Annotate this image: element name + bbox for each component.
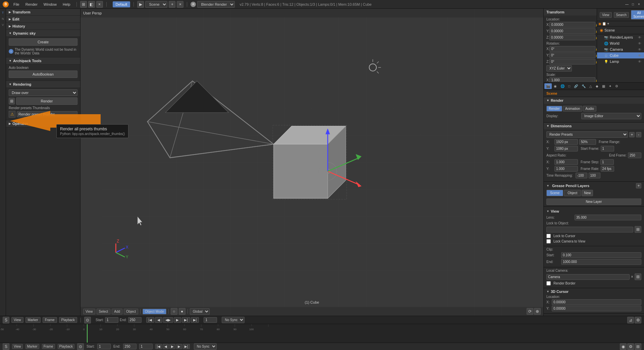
tl-current-frame[interactable] [204, 317, 217, 323]
tab-texture[interactable]: ▦ [600, 83, 607, 89]
outliner-all-scenes-btn[interactable]: All Scenes [631, 10, 644, 19]
tl-playback[interactable]: Playback [59, 317, 77, 323]
play-btn-4[interactable]: ▶ [176, 344, 182, 349]
end-frame-input[interactable] [628, 152, 641, 158]
tab-material[interactable]: ◆ [594, 83, 600, 89]
status-icon2[interactable]: ⚙ [627, 343, 634, 350]
render-icon-btn[interactable]: ⊞ [9, 98, 15, 104]
cursor-header[interactable]: ▼ 3D Cursor [546, 290, 641, 294]
tl-play-icon[interactable]: ⊙ [84, 317, 91, 323]
frame-step-input[interactable] [600, 159, 614, 165]
loc-y-input[interactable] [549, 28, 595, 34]
tl-sync-select[interactable]: No Sync [222, 317, 245, 323]
time-remap-new[interactable] [589, 173, 600, 178]
render-presets-sel[interactable]: Render Presets [546, 131, 628, 138]
transform-header[interactable]: Transform [544, 9, 597, 15]
section-rendering[interactable]: ▼ Rendering [6, 81, 80, 88]
dimensions-header[interactable]: ▼ Dimensions [544, 123, 644, 129]
vis-eye-rl[interactable]: 👁 [638, 36, 641, 39]
start-frame-input[interactable] [601, 146, 614, 151]
pivot-select[interactable]: Global [190, 308, 210, 315]
rot-y-input[interactable] [549, 52, 595, 58]
gp-new-layer-btn[interactable]: New Layer [546, 199, 641, 205]
status-playback[interactable]: Playback [58, 344, 75, 349]
play-btn-3[interactable]: ▶ [169, 344, 175, 349]
layout-default[interactable]: Default [113, 1, 130, 7]
scene-close[interactable]: × [177, 1, 183, 8]
icon-layers[interactable]: ◧ [88, 1, 95, 8]
gp-new-btn[interactable]: New [582, 190, 593, 196]
res-y-input[interactable] [554, 146, 578, 151]
tl-end-input[interactable] [128, 317, 142, 323]
tab-render[interactable]: 🎬 [544, 83, 552, 89]
tl-body[interactable]: -50 -40 -30 -20 -10 0 10 20 30 40 50 60 [0, 324, 644, 343]
lock-camera-checkbox[interactable] [546, 239, 551, 244]
tab-world[interactable]: 🌐 [559, 83, 566, 89]
status-play-icon[interactable]: ⊙ [77, 343, 84, 350]
menu-window[interactable]: Window [41, 2, 59, 7]
tab-scene[interactable]: ◉ [552, 83, 558, 89]
tl-step-back[interactable]: ◀ [155, 317, 162, 323]
status-marker[interactable]: Marker [25, 344, 39, 349]
tree-lamp[interactable]: 💡 Lamp 👁 [597, 58, 644, 64]
status-view[interactable]: View [12, 344, 23, 349]
si-view[interactable]: V [0, 22, 6, 28]
render-section-header[interactable]: ▼ Render [544, 97, 644, 104]
viewport[interactable]: User Persp [80, 9, 543, 316]
si-tools[interactable]: T [0, 10, 6, 15]
render-animation-btn[interactable]: Animation [563, 106, 582, 112]
status-sync-select[interactable]: No Sync [194, 343, 217, 350]
menu-file[interactable]: File [11, 2, 22, 7]
render-thumbs-btn[interactable]: Render preset thumbs [17, 111, 77, 117]
rot-z-input[interactable] [549, 59, 595, 64]
menu-help[interactable]: Help [60, 2, 73, 7]
scene-select[interactable]: Scene [145, 1, 167, 8]
gp-scene-btn[interactable]: Scene [546, 190, 563, 196]
camera-expand-btn[interactable]: ⊞ [635, 273, 641, 280]
status-end[interactable] [123, 344, 137, 349]
section-history[interactable]: ▶ History [6, 23, 80, 30]
tl-jump-end[interactable]: ▶| [191, 317, 199, 323]
time-remap-old[interactable] [576, 173, 587, 178]
frame-rate-input[interactable] [601, 166, 614, 172]
tl-view[interactable]: View [11, 317, 23, 323]
tab-particles[interactable]: ✦ [607, 83, 613, 89]
camera-input[interactable] [546, 274, 630, 280]
clip-end-input[interactable] [561, 259, 641, 265]
tl-jump-start[interactable]: |◀ [146, 317, 155, 323]
icon-grid[interactable]: ⊞ [80, 1, 87, 8]
tree-camera[interactable]: 📷 Camera 👁 [597, 46, 644, 52]
footer-object[interactable]: Object [124, 309, 138, 314]
render-audio-btn[interactable]: Audio [583, 106, 596, 112]
display-select[interactable]: Image Editor [581, 113, 641, 119]
scene-icon[interactable]: ▶ [137, 1, 144, 8]
vis-eye-world[interactable]: 👁 [638, 42, 641, 45]
rotation-mode-select[interactable]: XYZ Euler [546, 65, 572, 72]
create-btn[interactable]: Create [9, 38, 77, 46]
tab-object[interactable]: □ [567, 83, 572, 89]
loc-z-input[interactable] [549, 35, 595, 40]
vp-icon2[interactable]: ⊕ [534, 308, 541, 315]
menu-render[interactable]: Render [23, 2, 40, 7]
tl-play[interactable]: ▶ [174, 317, 181, 323]
section-edit[interactable]: ▶ Edit [6, 16, 80, 23]
lens-input[interactable] [575, 215, 641, 220]
tl-settings-icon[interactable]: ⚙ [635, 317, 641, 323]
footer-view[interactable]: View [83, 309, 95, 314]
aspect-x-input[interactable] [554, 159, 578, 165]
win-close[interactable]: × [637, 2, 641, 7]
status-frame[interactable] [139, 344, 153, 349]
vis-eye-cam[interactable]: 👁 [638, 48, 641, 51]
scene-add[interactable]: + [169, 1, 175, 8]
status-blender-icon[interactable]: S [3, 343, 9, 350]
vis-eye-cube[interactable]: 👁 [638, 54, 641, 57]
outliner-view-btn[interactable]: View [600, 12, 612, 18]
tl-frame[interactable]: Frame [43, 317, 57, 323]
tab-modifier[interactable]: 🔧 [580, 83, 587, 89]
scene-tree-item[interactable]: ◉ Scene [597, 27, 644, 34]
auto-boolean-btn[interactable]: AutoBoolean [9, 71, 77, 78]
cursor-y-input[interactable] [552, 306, 641, 311]
play-btn-2[interactable]: ◀ [163, 344, 169, 349]
outliner-search-btn[interactable]: Search [614, 12, 629, 18]
tl-step-fwd[interactable]: ▶| [182, 317, 190, 323]
